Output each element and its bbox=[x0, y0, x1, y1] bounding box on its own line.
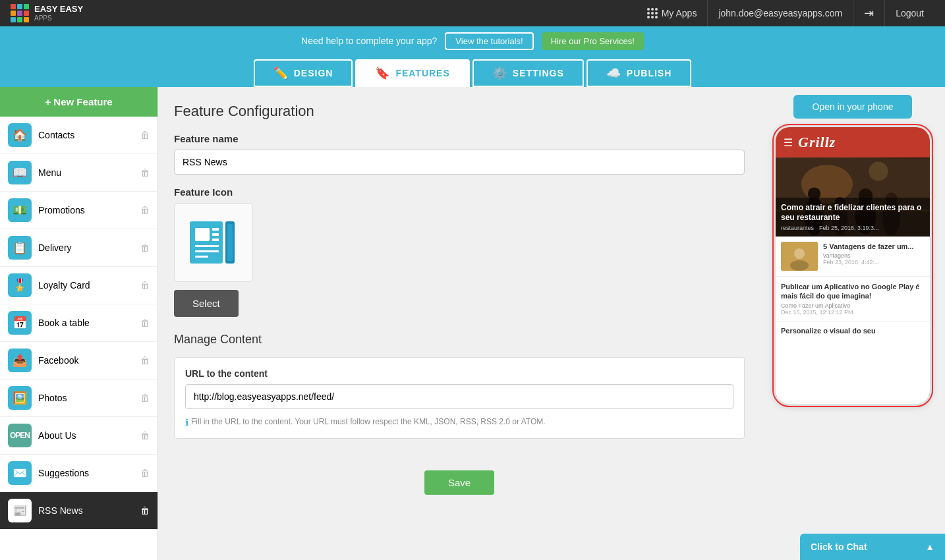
delete-suggestions-icon[interactable]: 🗑 bbox=[140, 468, 150, 478]
url-hint: ℹ Fill in the URL to the content. Your U… bbox=[185, 417, 733, 428]
article-1-date: Feb 23, 2016, 4:42:... bbox=[823, 259, 925, 266]
photos-icon: 🖼️ bbox=[8, 386, 32, 410]
article-1-thumb-icon bbox=[781, 242, 818, 271]
info-icon: ℹ bbox=[185, 417, 188, 428]
phone-article-2: Publicar um Aplicativo no Google Play é … bbox=[776, 277, 930, 322]
main-layout: + New Feature 🏠 Contacts 🗑 📖 Menu 🗑 💵 Pr… bbox=[0, 87, 945, 560]
new-feature-button[interactable]: + New Feature bbox=[0, 87, 158, 117]
article-2-date: Dec 15, 2015, 12:12:12 PM bbox=[781, 309, 925, 316]
logo-text: EASY EASY APPS bbox=[34, 5, 83, 21]
logout-icon: ⇥ bbox=[853, 0, 885, 26]
svg-rect-7 bbox=[195, 256, 208, 258]
phone-app-header: ☰ Grillz bbox=[776, 127, 930, 157]
article-2-sub: Como Fazer um Aplicativo bbox=[781, 302, 925, 309]
delete-rss-news-icon[interactable]: 🗑 bbox=[140, 505, 150, 516]
feature-name-label: Feature name bbox=[174, 133, 745, 144]
save-button[interactable]: Save bbox=[424, 470, 494, 495]
feature-icon-label: Feature Icon bbox=[174, 186, 745, 198]
menu-icon: 📖 bbox=[8, 161, 32, 184]
sidebar-item-contacts[interactable]: 🏠 Contacts 🗑 bbox=[0, 117, 158, 154]
svg-point-23 bbox=[794, 248, 805, 259]
hamburger-icon: ☰ bbox=[784, 136, 793, 149]
my-apps-link[interactable]: My Apps bbox=[637, 0, 708, 26]
delete-menu-icon[interactable]: 🗑 bbox=[140, 167, 150, 178]
phone-screen: ☰ Grillz bbox=[776, 127, 930, 404]
chevron-up-icon: ▲ bbox=[925, 542, 934, 552]
phone-frame: ☰ Grillz bbox=[774, 125, 932, 406]
url-input[interactable] bbox=[185, 384, 733, 409]
delete-about-us-icon[interactable]: 🗑 bbox=[140, 430, 150, 441]
user-email: john.doe@easyeasyapps.com bbox=[708, 0, 853, 26]
article-1-tag: vantagens bbox=[823, 252, 925, 259]
about-us-icon: OPEN bbox=[8, 424, 32, 447]
sidebar-item-loyalty-card[interactable]: 🎖️ Loyalty Card 🗑 bbox=[0, 267, 158, 304]
click-to-chat-button[interactable]: Click to Chat ▲ bbox=[800, 534, 945, 560]
settings-icon: ⚙️ bbox=[492, 66, 507, 80]
features-icon: 🔖 bbox=[375, 66, 390, 80]
tutorials-button[interactable]: View the tutorials! bbox=[445, 32, 533, 50]
article-1-title: 5 Vantagens de fazer um... bbox=[823, 242, 925, 251]
select-icon-button[interactable]: Select bbox=[174, 290, 239, 317]
delete-photos-icon[interactable]: 🗑 bbox=[140, 393, 150, 403]
sidebar-item-menu[interactable]: 📖 Menu 🗑 bbox=[0, 154, 158, 192]
svg-rect-6 bbox=[195, 250, 219, 252]
help-text: Need help to complete your app? bbox=[301, 36, 437, 46]
phone-article-1: 5 Vantagens de fazer um... vantagens Feb… bbox=[776, 237, 930, 277]
hero-article-date: Feb 25, 2016, 3:19:3... bbox=[819, 225, 879, 231]
contacts-icon: 🏠 bbox=[8, 123, 32, 147]
delivery-icon: 📋 bbox=[8, 236, 32, 260]
article-3-title: Personalize o visual do seu bbox=[781, 327, 925, 335]
svg-rect-1 bbox=[195, 228, 210, 241]
design-icon: ✏️ bbox=[273, 66, 289, 80]
logout-button[interactable]: Logout bbox=[885, 0, 934, 26]
svg-rect-9 bbox=[227, 224, 233, 261]
hero-article-title: Como atrair e fidelizar clientes para o … bbox=[781, 203, 925, 223]
feature-icon-preview bbox=[174, 203, 253, 282]
svg-rect-3 bbox=[212, 233, 219, 236]
delete-loyalty-icon[interactable]: 🗑 bbox=[140, 280, 150, 291]
sidebar-item-book-a-table[interactable]: 📅 Book a table 🗑 bbox=[0, 304, 158, 342]
delete-promotions-icon[interactable]: 🗑 bbox=[140, 205, 150, 215]
sidebar: + New Feature 🏠 Contacts 🗑 📖 Menu 🗑 💵 Pr… bbox=[0, 87, 158, 560]
sidebar-item-photos[interactable]: 🖼️ Photos 🗑 bbox=[0, 379, 158, 417]
tab-settings[interactable]: ⚙️ SETTINGS bbox=[472, 59, 584, 87]
promotions-icon: 💵 bbox=[8, 198, 32, 222]
svg-point-24 bbox=[790, 260, 809, 271]
content-area: Feature Configuration Feature name Featu… bbox=[158, 87, 760, 560]
delete-contacts-icon[interactable]: 🗑 bbox=[140, 130, 150, 140]
open-in-phone-button[interactable]: Open in your phone bbox=[793, 95, 912, 119]
sidebar-item-promotions[interactable]: 💵 Promotions 🗑 bbox=[0, 192, 158, 229]
sidebar-item-facebook[interactable]: 📤 Facebook 🗑 bbox=[0, 342, 158, 379]
delete-facebook-icon[interactable]: 🗑 bbox=[140, 355, 150, 366]
tab-publish[interactable]: ☁️ PUBLISH bbox=[587, 59, 691, 87]
manage-content-title: Manage Content bbox=[174, 333, 745, 347]
phone-preview-panel: Open in your phone ☰ Grillz bbox=[760, 87, 945, 560]
loyalty-icon: 🎖️ bbox=[8, 273, 32, 297]
url-label: URL to the content bbox=[185, 368, 733, 379]
feature-name-input[interactable] bbox=[174, 150, 745, 175]
delete-delivery-icon[interactable]: 🗑 bbox=[140, 242, 150, 253]
pro-services-button[interactable]: Hire our Pro Services! bbox=[542, 32, 644, 50]
sidebar-item-rss-news[interactable]: 📰 RSS News 🗑 bbox=[0, 492, 158, 530]
hero-overlay: Como atrair e fidelizar clientes para o … bbox=[776, 198, 930, 237]
logo: EASY EASY APPS bbox=[11, 4, 83, 22]
article-1-thumbnail bbox=[781, 242, 818, 271]
book-table-icon: 📅 bbox=[8, 311, 32, 335]
sidebar-item-about-us[interactable]: OPEN About Us 🗑 bbox=[0, 417, 158, 455]
svg-point-12 bbox=[869, 161, 888, 181]
phone-hero-article: Como atrair e fidelizar clientes para o … bbox=[776, 157, 930, 237]
suggestions-icon: ✉️ bbox=[8, 461, 32, 485]
sidebar-item-suggestions[interactable]: ✉️ Suggestions 🗑 bbox=[0, 455, 158, 492]
article-2-title: Publicar um Aplicativo no Google Play é … bbox=[781, 282, 925, 301]
facebook-icon: 📤 bbox=[8, 349, 32, 372]
tab-design[interactable]: ✏️ DESIGN bbox=[254, 59, 353, 87]
logo-grid-icon bbox=[11, 4, 29, 22]
apps-grid-icon bbox=[647, 8, 658, 18]
feature-config-title: Feature Configuration bbox=[174, 103, 745, 120]
help-bar: Need help to complete your app? View the… bbox=[0, 26, 945, 55]
tab-features[interactable]: 🔖 FEATURES bbox=[355, 59, 469, 87]
delete-book-table-icon[interactable]: 🗑 bbox=[140, 318, 150, 328]
tab-bar: ✏️ DESIGN 🔖 FEATURES ⚙️ SETTINGS ☁️ PUBL… bbox=[0, 55, 945, 87]
top-navigation: EASY EASY APPS My Apps john.doe@easyeasy… bbox=[0, 0, 945, 26]
sidebar-item-delivery[interactable]: 📋 Delivery 🗑 bbox=[0, 229, 158, 267]
